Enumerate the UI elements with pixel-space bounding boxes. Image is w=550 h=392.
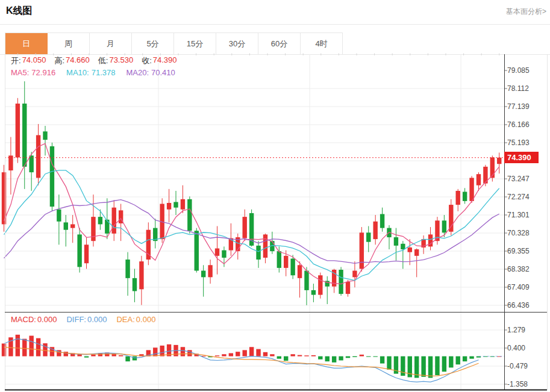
diff-value-readout: DIFF:0.000 xyxy=(66,315,107,324)
close-readout: 收:74.390 xyxy=(142,55,177,66)
macd-y-axis-label: 1.279 xyxy=(507,326,525,334)
fundamental-analysis-link[interactable]: 基本面分析> xyxy=(506,7,546,17)
ma5-readout: MA5:72.916 xyxy=(11,68,55,77)
period-tab-1[interactable]: 周 xyxy=(48,33,90,55)
main-y-axis-label: 72.274 xyxy=(507,193,530,201)
macd-value-readout: MACD:0.000 xyxy=(11,315,57,324)
period-tab-6[interactable]: 60分 xyxy=(258,33,301,55)
kline-chart-svg xyxy=(0,53,550,392)
dea-value-readout: DEA:0.000 xyxy=(116,315,155,324)
main-y-axis-label: 68.382 xyxy=(507,265,530,273)
kline-panel: K线图 基本面分析> 日周月5分15分30分60分4时 开:74.050 高:7… xyxy=(0,0,550,392)
low-readout: 低:73.530 xyxy=(98,55,133,66)
period-tab-7[interactable]: 4时 xyxy=(301,33,343,55)
main-y-axis-label: 78.112 xyxy=(507,84,529,93)
period-tab-2[interactable]: 月 xyxy=(90,33,132,55)
main-y-axis-label: 70.328 xyxy=(507,229,530,237)
macd-histogram xyxy=(2,335,502,378)
main-y-axis-label: 67.409 xyxy=(507,283,530,291)
dea-line xyxy=(4,347,479,376)
high-readout: 高:74.660 xyxy=(54,55,89,66)
period-tab-4[interactable]: 15分 xyxy=(174,33,216,55)
ma20-readout: MA20:70.410 xyxy=(126,68,175,77)
ma20-line xyxy=(4,200,499,264)
period-tab-3[interactable]: 5分 xyxy=(132,33,174,55)
main-y-axis-label: 71.301 xyxy=(507,211,530,219)
open-readout: 开:74.050 xyxy=(11,55,46,66)
ma-readout: MA5:72.916 MA10:71.378 MA20:70.410 xyxy=(11,68,175,77)
main-y-axis-label: 76.166 xyxy=(507,120,530,129)
main-y-axis-label: 73.247 xyxy=(507,175,530,183)
kline-chart-area[interactable]: 开:74.050 高:74.660 低:73.530 收:74.390 MA5:… xyxy=(0,53,550,392)
page-title: K线图 xyxy=(6,5,33,17)
macd-y-axis-label: -1.358 xyxy=(507,380,528,388)
ohlc-readout: 开:74.050 高:74.660 低:73.530 收:74.390 xyxy=(11,55,177,66)
main-y-axis-label: 75.193 xyxy=(507,138,530,147)
main-y-axis-label: 66.436 xyxy=(507,301,530,310)
ma5-line xyxy=(4,143,499,284)
axis xyxy=(5,54,548,390)
period-tab-0[interactable]: 日 xyxy=(5,33,48,55)
ma10-readout: MA10:71.378 xyxy=(66,68,115,77)
diff-line xyxy=(4,339,479,382)
period-tab-bar: 日周月5分15分30分60分4时 xyxy=(5,33,343,54)
last-price-tag: 74.390 xyxy=(504,152,539,163)
macd-y-axis-label: -0.479 xyxy=(507,362,528,370)
ma10-line xyxy=(4,170,499,281)
macd-readout: MACD:0.000 DIFF:0.000 DEA:0.000 xyxy=(11,315,155,324)
grid-lines xyxy=(5,54,504,391)
main-y-axis-label: 69.355 xyxy=(507,247,530,255)
main-y-axis-label: 77.139 xyxy=(507,102,530,111)
header-divider xyxy=(0,24,550,25)
period-tab-5[interactable]: 30分 xyxy=(216,33,258,55)
candlestick-series xyxy=(2,81,502,305)
main-y-axis-label: 79.085 xyxy=(507,66,530,75)
macd-y-axis-label: 0.400 xyxy=(507,344,525,352)
